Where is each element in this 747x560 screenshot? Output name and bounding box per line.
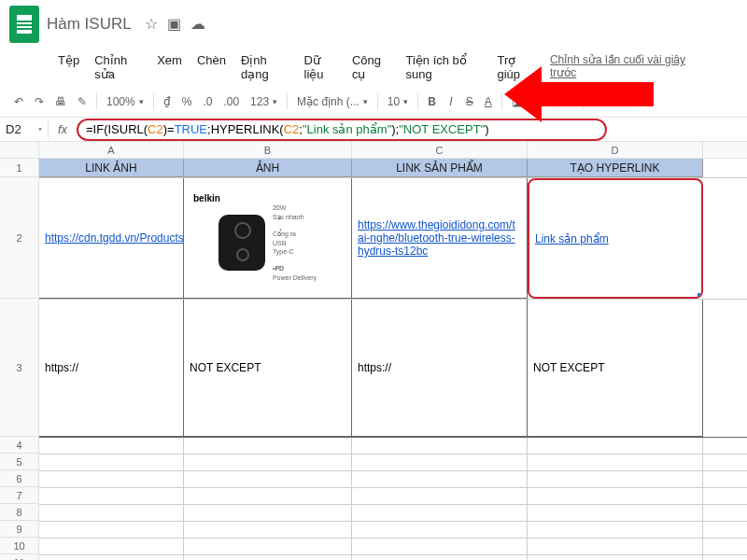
menu-format[interactable]: Định dạng <box>235 50 295 84</box>
menu-data[interactable]: Dữ liệu <box>299 50 343 84</box>
header-anh[interactable]: ẢNH <box>184 159 352 177</box>
text-color-icon[interactable]: A <box>480 91 497 112</box>
table-row <box>39 488 747 505</box>
formula-bar: D2 fx =IF(ISURL(C2)=TRUE;HYPERLINK(C2;"L… <box>0 118 747 142</box>
number-format-dropdown[interactable]: 123 <box>246 92 282 111</box>
header-link-san-pham[interactable]: LINK SẢN PHẨM <box>352 159 528 177</box>
row-header-10[interactable]: 10 <box>0 538 38 554</box>
column-headers: A B C D <box>39 142 747 159</box>
menu-edit[interactable]: Chỉnh sửa <box>89 50 148 84</box>
table-header-row: LINK ẢNH ẢNH LINK SẢN PHẨM TẠO HYPERLINK <box>39 159 747 178</box>
strike-button[interactable]: S <box>461 91 478 112</box>
titlebar: Hàm ISURL ☆ ▣ ☁ <box>0 0 747 49</box>
header-link-anh[interactable]: LINK ẢNH <box>39 159 184 177</box>
italic-button[interactable]: I <box>443 91 459 112</box>
cell-a2[interactable]: https://cdn.tgdd.vn/Products/I <box>39 178 184 299</box>
cell-c2[interactable]: https://www.thegioididong.com/tai-nghe/b… <box>352 178 528 299</box>
row-header-9[interactable]: 9 <box>0 521 38 538</box>
undo-icon[interactable]: ↶ <box>9 91 28 112</box>
cell-d2-selected[interactable]: Link sản phẩm <box>528 178 703 299</box>
cloud-icon[interactable]: ☁ <box>190 15 205 33</box>
cell-d3[interactable]: NOT EXCEPT <box>528 300 703 437</box>
sheets-logo-icon[interactable] <box>9 6 39 43</box>
star-icon[interactable]: ☆ <box>145 15 158 33</box>
font-size-dropdown[interactable]: 10 <box>383 92 413 111</box>
table-row <box>39 438 747 455</box>
name-box[interactable]: D2 <box>0 120 49 138</box>
percent-button[interactable]: % <box>177 91 197 112</box>
row-header-3[interactable]: 3 <box>0 299 38 437</box>
move-icon[interactable]: ▣ <box>167 15 181 33</box>
menu-tools[interactable]: Công cụ <box>346 50 397 84</box>
redo-icon[interactable]: ↷ <box>30 91 49 112</box>
table-row <box>39 539 747 555</box>
currency-button[interactable]: ₫ <box>159 91 176 112</box>
col-header-b[interactable]: B <box>184 142 352 158</box>
last-edit-link[interactable]: Chỉnh sửa lần cuối vài giây trước <box>544 50 695 84</box>
cell-c3[interactable]: https:// <box>352 300 528 437</box>
table-row <box>39 555 747 560</box>
charger-icon <box>218 215 265 271</box>
cell-a3[interactable]: https:// <box>39 300 184 437</box>
table-row <box>39 505 747 522</box>
row-header-11[interactable]: 11 <box>0 554 38 560</box>
zoom-dropdown[interactable]: 100% <box>102 92 148 111</box>
table-row: https://cdn.tgdd.vn/Products/I belkin 20… <box>39 178 747 300</box>
paint-format-icon[interactable]: ✎ <box>73 91 92 112</box>
bold-button[interactable]: B <box>423 91 441 112</box>
header-tao-hyperlink[interactable]: TẠO HYPERLINK <box>528 159 703 177</box>
print-icon[interactable]: 🖶 <box>50 91 71 112</box>
dec-increase-button[interactable]: .00 <box>218 91 244 112</box>
row-header-1[interactable]: 1 <box>0 159 38 177</box>
row-headers: 1 2 3 4 5 6 7 8 9 10 11 <box>0 142 39 560</box>
fx-icon: fx <box>49 122 77 136</box>
dec-decrease-button[interactable]: .0 <box>198 91 217 112</box>
cell-b2[interactable]: belkin 20W Sạc nhanh Cổng ra USB Type-C … <box>184 178 352 299</box>
cell-b3[interactable]: NOT EXCEPT <box>184 300 352 437</box>
row-header-8[interactable]: 8 <box>0 504 38 521</box>
row-header-4[interactable]: 4 <box>0 437 38 454</box>
menubar: Tệp Chỉnh sửa Xem Chèn Định dạng Dữ liệu… <box>0 49 747 86</box>
menu-addons[interactable]: Tiện ích bổ sung <box>400 50 487 84</box>
table-row <box>39 522 747 539</box>
row-header-5[interactable]: 5 <box>0 454 38 470</box>
table-row: https:// NOT EXCEPT https:// NOT EXCEPT <box>39 300 747 438</box>
col-header-d[interactable]: D <box>528 142 703 158</box>
annotation-arrow-icon <box>542 82 654 106</box>
row-header-7[interactable]: 7 <box>0 487 38 504</box>
row-header-6[interactable]: 6 <box>0 470 38 487</box>
col-header-a[interactable]: A <box>39 142 184 158</box>
row-header-2[interactable]: 2 <box>0 177 38 299</box>
table-row <box>39 471 747 488</box>
font-dropdown[interactable]: Mặc định (... <box>292 92 373 111</box>
spreadsheet-grid[interactable]: 1 2 3 4 5 6 7 8 9 10 11 A B C D LINK ẢNH… <box>0 142 747 560</box>
doc-title[interactable]: Hàm ISURL <box>47 15 132 33</box>
menu-view[interactable]: Xem <box>151 50 188 84</box>
table-row <box>39 455 747 471</box>
col-header-c[interactable]: C <box>352 142 528 158</box>
menu-insert[interactable]: Chèn <box>191 50 232 84</box>
product-image: belkin 20W Sạc nhanh Cổng ra USB Type-C … <box>186 193 349 283</box>
menu-file[interactable]: Tệp <box>52 50 85 84</box>
